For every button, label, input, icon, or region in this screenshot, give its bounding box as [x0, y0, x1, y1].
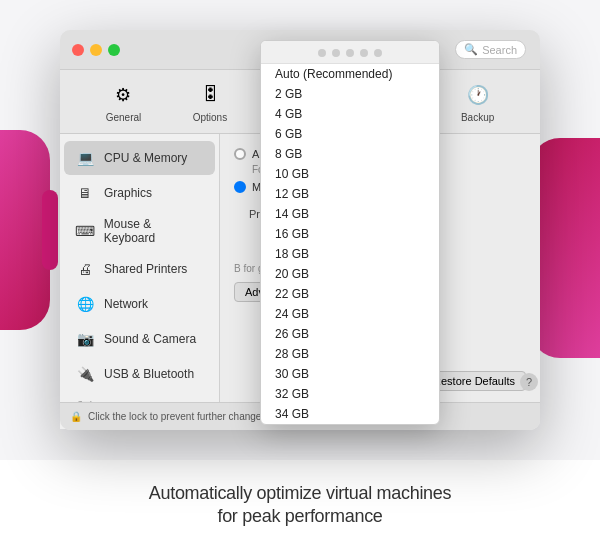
toolbar-options-label: Options [193, 112, 227, 123]
network-icon: 🌐 [74, 293, 96, 315]
dropdown-item[interactable]: Auto (Recommended) [261, 64, 439, 84]
dropdown-item[interactable]: 8 GB [261, 144, 439, 164]
dropdown-popup: Auto (Recommended) 2 GB 4 GB 6 GB 8 GB 1… [260, 40, 440, 425]
lock-icon-bottom: 🔒 [70, 411, 82, 422]
dropdown-item[interactable]: 2 GB [261, 84, 439, 104]
toolbar-general-label: General [106, 112, 142, 123]
sidebar-graphics-label: Graphics [104, 186, 152, 200]
toolbar-general[interactable]: ⚙ General [106, 81, 142, 123]
sidebar-item-usb-bluetooth[interactable]: 🔌 USB & Bluetooth [64, 357, 215, 391]
search-bar[interactable]: 🔍 Search [455, 40, 526, 59]
sidebar: 💻 CPU & Memory 🖥 Graphics ⌨ Mouse & Keyb… [60, 134, 220, 429]
search-placeholder: Search [482, 44, 517, 56]
bottom-text-area: Automatically optimize virtual machines … [0, 460, 600, 549]
sidebar-shared-printers-label: Shared Printers [104, 262, 187, 276]
bottom-line2: for peak performance [217, 506, 382, 527]
dropdown-item[interactable]: 6 GB [261, 124, 439, 144]
sidebar-item-sound-camera[interactable]: 📷 Sound & Camera [64, 322, 215, 356]
camera-icon: 📷 [74, 328, 96, 350]
options-icon: 🎛 [196, 81, 224, 109]
dropdown-item[interactable]: 20 GB [261, 264, 439, 284]
gear-icon: ⚙ [109, 81, 137, 109]
sidebar-item-cpu-memory[interactable]: 💻 CPU & Memory [64, 141, 215, 175]
dropdown-item[interactable]: 16 GB [261, 224, 439, 244]
dropdown-item[interactable]: 4 GB [261, 104, 439, 124]
search-icon: 🔍 [464, 43, 478, 56]
lock-text: Click the lock to prevent further change… [88, 411, 269, 422]
usb-icon: 🔌 [74, 363, 96, 385]
dropdown-item[interactable]: 32 GB [261, 384, 439, 404]
dropdown-item[interactable]: 26 GB [261, 324, 439, 344]
dropdown-item[interactable]: 12 GB [261, 184, 439, 204]
dropdown-item[interactable]: 18 GB [261, 244, 439, 264]
toolbar-options[interactable]: 🎛 Options [193, 81, 227, 123]
dropdown-dots [261, 41, 439, 64]
dot5 [374, 49, 382, 57]
radio-automatic[interactable] [234, 148, 246, 160]
dropdown-item[interactable]: 24 GB [261, 304, 439, 324]
dropdown-item[interactable]: 22 GB [261, 284, 439, 304]
decorative-blob-right [530, 138, 600, 358]
dropdown-item[interactable]: 34 GB [261, 404, 439, 424]
main-window: "Windows 1" ⚙ General 🎛 Options 🖥 Hardwa… [60, 30, 540, 430]
dot4 [360, 49, 368, 57]
sidebar-item-shared-printers[interactable]: 🖨 Shared Printers [64, 252, 215, 286]
bottom-line1: Automatically optimize virtual machines [149, 483, 451, 504]
cpu-icon: 💻 [74, 147, 96, 169]
dropdown-item[interactable]: 14 GB [261, 204, 439, 224]
dot3 [346, 49, 354, 57]
help-button[interactable]: ? [520, 373, 538, 391]
printer-icon: 🖨 [74, 258, 96, 280]
sidebar-mouse-keyboard-label: Mouse & Keyboard [104, 217, 205, 245]
sidebar-item-mouse-keyboard[interactable]: ⌨ Mouse & Keyboard [64, 211, 215, 251]
radio-manual[interactable] [234, 181, 246, 193]
sidebar-item-network[interactable]: 🌐 Network [64, 287, 215, 321]
dropdown-list[interactable]: Auto (Recommended) 2 GB 4 GB 6 GB 8 GB 1… [261, 64, 439, 424]
maximize-button[interactable] [108, 44, 120, 56]
toolbar-backup[interactable]: 🕐 Backup [461, 81, 494, 123]
sidebar-network-label: Network [104, 297, 148, 311]
graphics-icon: 🖥 [74, 182, 96, 204]
keyboard-icon: ⌨ [74, 220, 96, 242]
dot2 [332, 49, 340, 57]
close-button[interactable] [72, 44, 84, 56]
decorative-blob-left [0, 130, 50, 330]
dropdown-item[interactable]: 30 GB [261, 364, 439, 384]
screenshot-area: "Windows 1" ⚙ General 🎛 Options 🖥 Hardwa… [0, 0, 600, 460]
dot1 [318, 49, 326, 57]
sidebar-item-graphics[interactable]: 🖥 Graphics [64, 176, 215, 210]
dropdown-item[interactable]: 28 GB [261, 344, 439, 364]
sidebar-cpu-memory-label: CPU & Memory [104, 151, 187, 165]
sidebar-usb-bluetooth-label: USB & Bluetooth [104, 367, 194, 381]
toolbar-backup-label: Backup [461, 112, 494, 123]
dropdown-item[interactable]: 10 GB [261, 164, 439, 184]
minimize-button[interactable] [90, 44, 102, 56]
clock-icon: 🕐 [464, 81, 492, 109]
sidebar-sound-camera-label: Sound & Camera [104, 332, 196, 346]
traffic-lights [72, 44, 120, 56]
